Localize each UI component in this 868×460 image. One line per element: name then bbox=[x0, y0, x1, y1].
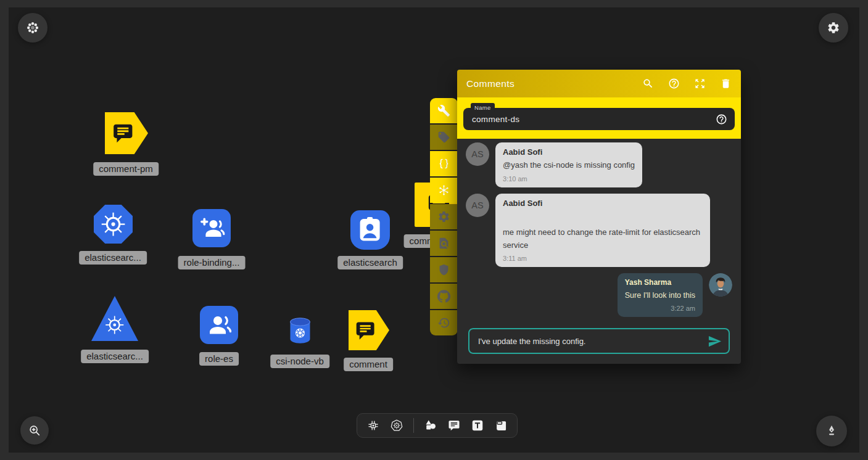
flower-icon bbox=[26, 21, 39, 35]
canvas-node-role-binding-[interactable] bbox=[192, 209, 231, 247]
bottom-toolbar-text-tool[interactable] bbox=[471, 419, 484, 432]
message-time: 3:10 am bbox=[503, 175, 635, 183]
toolbar-divider bbox=[413, 418, 414, 433]
canvas-node-comment[interactable] bbox=[349, 310, 389, 350]
name-section: Name bbox=[457, 97, 741, 139]
message-time: 3:11 am bbox=[503, 255, 703, 262]
message-bubble: Aabid Sofi@yash the csi-node is missing … bbox=[495, 142, 642, 187]
cylinder-icon bbox=[289, 317, 312, 344]
bottom-toolbar-shapes[interactable] bbox=[424, 419, 437, 432]
shield-icon bbox=[437, 263, 450, 276]
comments-panel: Comments Name ASAabid Sofi@yash the csi-… bbox=[457, 70, 741, 364]
name-field[interactable]: Name bbox=[463, 108, 735, 130]
zoom-button[interactable] bbox=[20, 416, 49, 445]
node-label: elasticsearch bbox=[337, 256, 403, 269]
side-toolbar-settings[interactable] bbox=[430, 204, 458, 229]
composer bbox=[457, 324, 741, 364]
side-toolbar-security[interactable] bbox=[430, 257, 458, 282]
kubernetes-icon bbox=[102, 313, 127, 337]
message-text: me might need to change the rate-limit f… bbox=[503, 226, 703, 252]
shape-palette-toolbar bbox=[357, 413, 518, 438]
canvas-node-comment-pm[interactable] bbox=[105, 112, 148, 154]
node-label: comment bbox=[344, 358, 393, 371]
node-label: elasticsearc... bbox=[79, 251, 147, 265]
gear-icon bbox=[437, 210, 450, 223]
avatar-initials: AS bbox=[466, 142, 489, 166]
search-icon[interactable] bbox=[642, 78, 654, 89]
help-icon[interactable] bbox=[668, 78, 680, 89]
comment-message: Yash SharmaSure I'll look into this3:22 … bbox=[466, 273, 732, 317]
message-text: @yash the csi-node is missing config bbox=[503, 159, 635, 172]
braces-icon bbox=[437, 157, 450, 170]
bottom-toolbar-save[interactable] bbox=[494, 419, 508, 432]
side-toolbar-components[interactable] bbox=[430, 178, 458, 203]
side-toolbar-audit[interactable] bbox=[430, 231, 458, 256]
trash-icon[interactable] bbox=[720, 78, 732, 89]
role-icon bbox=[205, 311, 233, 339]
canvas-node-elasticsearc-[interactable] bbox=[91, 296, 138, 341]
app-menu-button[interactable] bbox=[18, 13, 48, 43]
message-time: 3:22 am bbox=[625, 305, 695, 312]
pen-nib-icon bbox=[825, 424, 838, 438]
kubernetes-icon bbox=[98, 209, 128, 239]
comment-input[interactable] bbox=[469, 337, 729, 346]
side-toolbar-code[interactable] bbox=[430, 151, 458, 176]
message-author: Aabid Sofi bbox=[503, 147, 635, 157]
node-label: role-binding... bbox=[178, 256, 246, 269]
bottom-toolbar-kubernetes-tool[interactable] bbox=[390, 419, 403, 432]
role-binding-icon bbox=[197, 214, 226, 242]
node-context-toolbar bbox=[430, 98, 458, 337]
help-icon[interactable] bbox=[716, 113, 727, 125]
message-text: Sure I'll look into this bbox=[625, 289, 695, 302]
history-icon bbox=[437, 316, 450, 329]
side-toolbar-history[interactable] bbox=[430, 310, 458, 335]
side-toolbar-tag[interactable] bbox=[430, 125, 458, 150]
canvas-node-elasticsearch[interactable] bbox=[350, 210, 390, 250]
node-label: csi-node-vb bbox=[270, 355, 329, 368]
name-field-label: Name bbox=[471, 103, 495, 112]
composer-box[interactable] bbox=[468, 328, 730, 354]
side-toolbar-configure[interactable] bbox=[430, 98, 458, 123]
hub-icon bbox=[437, 184, 450, 197]
comment-thread: ASAabid Sofi@yash the csi-node is missin… bbox=[457, 139, 741, 324]
service-account-icon bbox=[354, 214, 386, 245]
message-bubble: Yash SharmaSure I'll look into this3:22 … bbox=[618, 273, 703, 317]
bottom-toolbar-comment-tool[interactable] bbox=[447, 419, 461, 432]
github-icon bbox=[437, 290, 450, 303]
comment-node-icon bbox=[110, 121, 136, 145]
panel-header-actions bbox=[642, 78, 732, 89]
comment-message: ASAabid Sofime might need to change the … bbox=[466, 194, 732, 268]
comment-message: ASAabid Sofi@yash the csi-node is missin… bbox=[466, 142, 732, 187]
pen-tool-button[interactable] bbox=[816, 416, 847, 446]
tag-icon bbox=[437, 131, 450, 144]
side-toolbar-github[interactable] bbox=[430, 284, 458, 309]
node-label: role-es bbox=[199, 352, 239, 366]
wrench-icon bbox=[437, 104, 450, 117]
panel-title: Comments bbox=[466, 78, 642, 89]
comment-node-icon bbox=[353, 319, 377, 342]
canvas-node-elasticsearc-[interactable] bbox=[94, 205, 133, 244]
avatar-initials: AS bbox=[466, 194, 489, 217]
settings-gear-icon bbox=[827, 21, 840, 35]
name-input[interactable] bbox=[472, 115, 716, 124]
message-author: Aabid Sofi bbox=[503, 199, 703, 208]
node-label: elasticsearc... bbox=[81, 350, 149, 363]
expand-icon[interactable] bbox=[694, 78, 706, 89]
avatar-photo bbox=[709, 273, 732, 297]
message-author: Yash Sharma bbox=[625, 278, 695, 287]
settings-button[interactable] bbox=[819, 13, 848, 43]
send-icon[interactable] bbox=[708, 334, 722, 348]
canvas-node-csi-node-vb[interactable] bbox=[289, 317, 312, 344]
canvas-node-role-es[interactable] bbox=[200, 306, 238, 344]
doc-search-icon bbox=[437, 237, 450, 250]
comments-panel-header: Comments bbox=[457, 70, 741, 97]
node-label: comment-pm bbox=[93, 162, 159, 176]
bottom-toolbar-network[interactable] bbox=[366, 419, 380, 432]
zoom-in-icon bbox=[28, 424, 41, 437]
message-bubble: Aabid Sofime might need to change the ra… bbox=[495, 194, 710, 268]
